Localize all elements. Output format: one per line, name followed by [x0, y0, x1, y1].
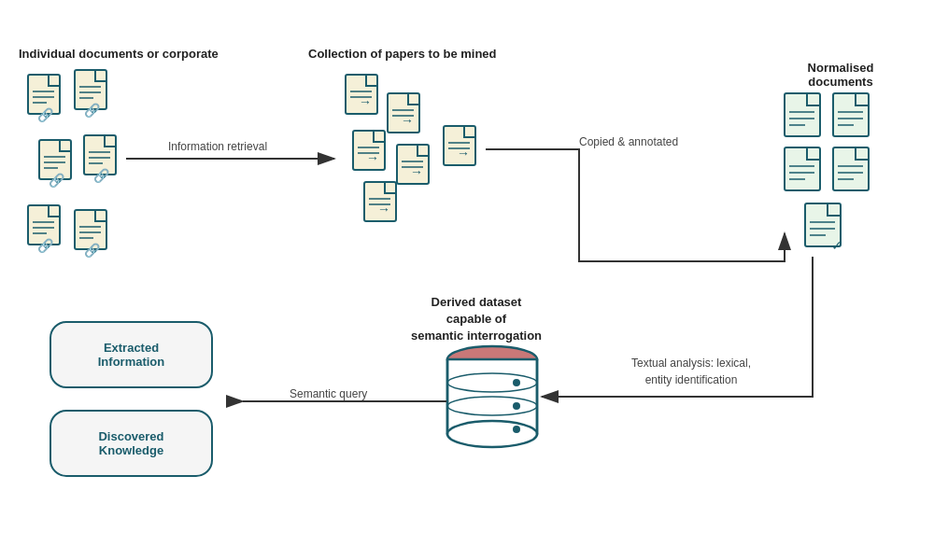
- collection-label: Collection of papers to be mined: [308, 47, 497, 61]
- svg-text:🔗: 🔗: [37, 238, 54, 254]
- svg-rect-68: [833, 147, 869, 190]
- svg-point-84: [513, 426, 520, 433]
- info-retrieval-label: Information retrieval: [168, 140, 267, 153]
- svg-rect-27: [75, 210, 106, 249]
- derived-dataset-label: Derived datasetcapable ofsemantic interr…: [402, 294, 551, 345]
- svg-rect-64: [785, 147, 820, 190]
- svg-point-80: [447, 373, 537, 392]
- copied-annotated-label: Copied & annotated: [579, 135, 678, 148]
- svg-point-77: [447, 346, 537, 372]
- svg-rect-48: [364, 182, 396, 221]
- svg-rect-44: [397, 145, 429, 184]
- svg-rect-32: [346, 75, 377, 114]
- svg-rect-2: [28, 75, 60, 114]
- svg-rect-22: [28, 205, 60, 245]
- normalised-label: Normaliseddocuments: [785, 61, 897, 89]
- svg-text:→: →: [366, 150, 379, 165]
- svg-rect-36: [388, 93, 419, 133]
- svg-rect-56: [785, 93, 820, 136]
- svg-text:→: →: [410, 164, 423, 179]
- svg-text:🔗: 🔗: [93, 168, 110, 184]
- normalised-label-text: Normaliseddocuments: [808, 61, 874, 89]
- svg-rect-40: [353, 131, 385, 170]
- svg-text:🔗: 🔗: [84, 103, 101, 119]
- svg-text:🔗: 🔗: [37, 107, 54, 123]
- extracted-information-label: ExtractedInformation: [98, 341, 165, 369]
- extracted-information-box: ExtractedInformation: [50, 321, 213, 388]
- svg-point-81: [447, 397, 537, 415]
- svg-rect-17: [84, 135, 116, 175]
- svg-text:🔗: 🔗: [84, 243, 101, 259]
- svg-rect-52: [444, 126, 475, 165]
- svg-text:→: →: [457, 146, 470, 161]
- svg-rect-72: [805, 203, 841, 246]
- diagram: 🔗 🔗 🔗 🔗: [0, 0, 934, 560]
- svg-point-83: [513, 402, 520, 410]
- svg-rect-7: [75, 70, 106, 109]
- textual-analysis-label: Textual analysis: lexical,entity identif…: [616, 355, 766, 388]
- individual-docs-label: Individual documents or corporate: [19, 47, 219, 61]
- semantic-query-label: Semantic query: [290, 387, 367, 400]
- svg-point-82: [513, 379, 520, 386]
- svg-point-79: [447, 421, 537, 447]
- textual-analysis-text: Textual analysis: lexical,entity identif…: [631, 357, 751, 386]
- discovered-knowledge-box: DiscoveredKnowledge: [50, 410, 213, 477]
- svg-text:🔗: 🔗: [49, 173, 65, 189]
- svg-rect-60: [833, 93, 869, 136]
- svg-text:→: →: [377, 202, 390, 217]
- svg-text:✓: ✓: [831, 238, 842, 253]
- svg-text:→: →: [401, 113, 414, 128]
- svg-rect-12: [39, 140, 71, 179]
- svg-rect-78: [447, 359, 537, 434]
- svg-text:→: →: [359, 94, 372, 109]
- derived-dataset-text: Derived datasetcapable ofsemantic interr…: [411, 295, 542, 343]
- discovered-knowledge-label: DiscoveredKnowledge: [98, 429, 163, 457]
